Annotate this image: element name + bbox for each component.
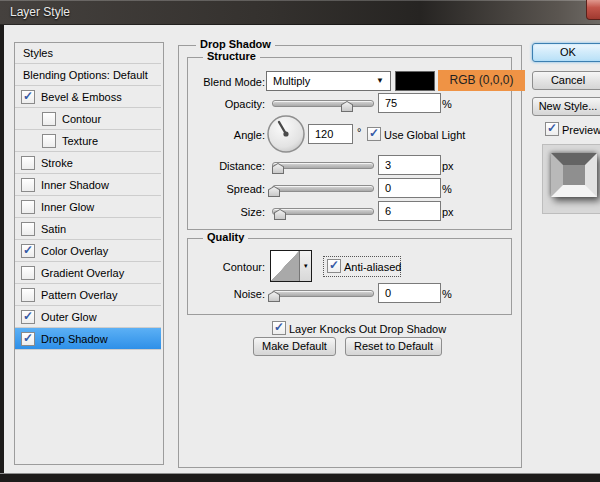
list-item-gradient-overlay[interactable]: Gradient Overlay	[15, 262, 161, 284]
checkbox[interactable]	[21, 222, 35, 236]
window-frame-bottom	[0, 474, 600, 482]
ok-button[interactable]: OK	[532, 43, 600, 62]
noise-slider-track[interactable]	[272, 290, 374, 297]
list-item-label: Bevel & Emboss	[41, 91, 122, 103]
angle-unit: °	[357, 126, 361, 138]
structure-group-title: Structure	[203, 51, 260, 62]
style-preview-pane	[542, 144, 600, 214]
list-item-stroke[interactable]: Stroke	[15, 152, 161, 174]
list-item-texture[interactable]: Texture	[15, 130, 161, 152]
angle-label: Angle:	[180, 129, 265, 141]
title-bar[interactable]: Layer Style	[0, 0, 600, 25]
checkbox[interactable]	[21, 244, 35, 258]
distance-slider-track[interactable]	[272, 162, 374, 169]
opacity-input[interactable]: 75	[378, 93, 441, 113]
list-item-drop-shadow[interactable]: Drop Shadow	[15, 328, 161, 350]
checkbox[interactable]	[21, 90, 35, 104]
use-global-light-checkbox[interactable]	[367, 127, 381, 141]
checkbox[interactable]	[21, 332, 35, 346]
opacity-unit: %	[442, 98, 452, 110]
opacity-label: Opacity:	[180, 98, 265, 110]
use-global-light-label: Use Global Light	[384, 129, 465, 141]
distance-label: Distance:	[180, 160, 265, 172]
distance-unit: px	[442, 160, 454, 172]
make-default-button[interactable]: Make Default	[253, 337, 336, 356]
drop-shadow-group-title: Drop Shadow	[196, 39, 275, 50]
list-item-label: Blending Options: Default	[23, 69, 148, 81]
chevron-down-icon[interactable]: ▾	[299, 251, 311, 281]
list-item-label: Inner Glow	[41, 201, 94, 213]
noise-input[interactable]: 0	[378, 283, 441, 303]
checkbox[interactable]	[21, 266, 35, 280]
contour-picker[interactable]: ▾	[270, 250, 312, 282]
list-item-label: Texture	[62, 135, 98, 147]
checkbox[interactable]	[21, 288, 35, 302]
spread-slider-track[interactable]	[272, 185, 374, 192]
spread-label: Spread:	[180, 183, 265, 195]
list-item-label: Stroke	[41, 157, 73, 169]
quality-group-title: Quality	[203, 232, 248, 243]
chevron-down-icon: ▼	[376, 72, 384, 90]
bevel-preview-image	[551, 153, 597, 197]
list-item-label: Styles	[23, 47, 53, 59]
list-item-color-overlay[interactable]: Color Overlay	[15, 240, 161, 262]
checkbox[interactable]	[21, 310, 35, 324]
size-slider-track[interactable]	[272, 208, 374, 215]
cancel-button[interactable]: Cancel	[532, 71, 600, 90]
anti-aliased-checkbox[interactable]	[327, 259, 341, 273]
distance-input[interactable]: 3	[378, 155, 441, 175]
size-unit: px	[442, 206, 454, 218]
new-style-button[interactable]: New Style...	[532, 97, 600, 116]
shadow-color-swatch[interactable]	[395, 71, 435, 91]
checkbox[interactable]	[21, 200, 35, 214]
reset-to-default-button[interactable]: Reset to Default	[345, 337, 442, 356]
list-item-label: Gradient Overlay	[41, 267, 124, 279]
window-frame-left	[0, 25, 4, 482]
blend-mode-select[interactable]: Multiply ▼	[266, 71, 391, 91]
list-item-inner-shadow[interactable]: Inner Shadow	[15, 174, 161, 196]
checkbox[interactable]	[21, 178, 35, 192]
preview-checkbox[interactable]	[545, 122, 559, 136]
list-item-label: Color Overlay	[41, 245, 108, 257]
list-item-blending-options[interactable]: Blending Options: Default	[15, 64, 161, 86]
contour-thumbnail	[271, 251, 299, 281]
list-item-label: Drop Shadow	[41, 333, 108, 345]
opacity-slider-track[interactable]	[272, 100, 374, 107]
list-item-pattern-overlay[interactable]: Pattern Overlay	[15, 284, 161, 306]
list-item-outer-glow[interactable]: Outer Glow	[15, 306, 161, 328]
list-item-contour[interactable]: Contour	[15, 108, 161, 130]
layer-style-dialog: Layer Style Styles Blending Options: Def…	[0, 0, 600, 482]
spread-unit: %	[442, 183, 452, 195]
list-item-label: Inner Shadow	[41, 179, 109, 191]
preview-label: Preview	[562, 124, 600, 136]
size-label: Size:	[180, 206, 265, 218]
checkbox[interactable]	[42, 134, 56, 148]
noise-label: Noise:	[180, 288, 265, 300]
blend-mode-label: Blend Mode:	[180, 76, 265, 88]
layer-knocks-out-label: Layer Knocks Out Drop Shadow	[289, 323, 446, 335]
contour-label: Contour:	[180, 261, 265, 273]
angle-input[interactable]: 120	[308, 124, 353, 144]
list-item-label: Satin	[41, 223, 66, 235]
list-item-label: Outer Glow	[41, 311, 97, 323]
window-title: Layer Style	[10, 5, 70, 19]
list-item-label: Contour	[62, 113, 101, 125]
list-item-inner-glow[interactable]: Inner Glow	[15, 196, 161, 218]
checkbox[interactable]	[42, 112, 56, 126]
checkbox[interactable]	[21, 156, 35, 170]
list-item-satin[interactable]: Satin	[15, 218, 161, 240]
anti-aliased-label: Anti-aliased	[344, 261, 401, 273]
list-item-bevel-emboss[interactable]: Bevel & Emboss	[15, 86, 161, 108]
blend-mode-value: Multiply	[273, 75, 310, 87]
layer-knocks-out-checkbox[interactable]	[272, 321, 286, 335]
list-item-label: Pattern Overlay	[41, 289, 117, 301]
noise-unit: %	[442, 288, 452, 300]
size-input[interactable]: 6	[378, 201, 441, 221]
close-button[interactable]	[586, 0, 600, 20]
rgb-value-badge: RGB (0,0,0)	[438, 70, 525, 91]
angle-dial[interactable]	[267, 115, 307, 155]
spread-input[interactable]: 0	[378, 178, 441, 198]
list-item-styles[interactable]: Styles	[15, 42, 161, 64]
